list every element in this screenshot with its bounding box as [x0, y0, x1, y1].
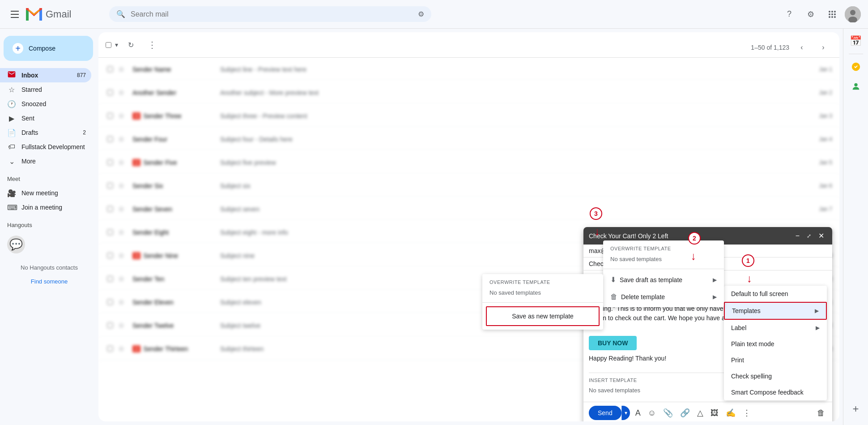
table-row[interactable]: ☆Sender SevenSubject sevenJan 7	[98, 197, 839, 221]
star-icon[interactable]: ☆	[118, 298, 127, 306]
star-icon[interactable]: ☆	[118, 112, 127, 120]
buy-now-button[interactable]: BUY NOW	[589, 336, 637, 350]
sidebar-item-starred[interactable]: ☆ Starred	[0, 82, 91, 97]
row-checkbox[interactable]	[106, 346, 115, 352]
gmail-m-logo	[26, 7, 44, 21]
save-as-new-template-button[interactable]: Save as new template	[486, 306, 600, 326]
email-sender: 3Sender Nine	[132, 252, 213, 259]
templates-label: Templates	[732, 307, 761, 314]
attach-button[interactable]: 📎	[661, 406, 675, 420]
formatting-button[interactable]: A	[634, 407, 642, 420]
minimize-button[interactable]: −	[793, 231, 802, 241]
row-checkbox[interactable]	[106, 183, 115, 189]
row-checkbox[interactable]	[106, 159, 115, 165]
row-checkbox[interactable]	[106, 276, 115, 282]
menu-item-default-fullscreen[interactable]: Default to full screen	[724, 286, 827, 302]
sidebar-item-drafts[interactable]: 📄 Drafts 2	[0, 125, 91, 140]
select-all-chevron[interactable]: ▾	[115, 41, 118, 48]
refresh-button[interactable]: ↻	[122, 36, 140, 54]
right-sidebar-add-button[interactable]: +	[847, 400, 865, 418]
sidebar-item-new-meeting[interactable]: 🎥 New meeting	[0, 186, 91, 200]
table-row[interactable]: ☆ Sender Name Subject line - Preview tex…	[98, 58, 839, 81]
delete-draft-button[interactable]: 🗑	[815, 407, 827, 420]
sidebar-item-snoozed[interactable]: 🕐 Snoozed	[0, 97, 91, 111]
help-button[interactable]: ?	[780, 5, 798, 23]
row-checkbox[interactable]	[106, 66, 115, 72]
right-sidebar-tasks-icon[interactable]	[847, 58, 865, 76]
email-date: Jan 2	[819, 90, 832, 96]
table-row[interactable]: ☆Sender SixSubject sixJan 6	[98, 174, 839, 197]
star-icon[interactable]: ☆	[118, 275, 127, 283]
more-options-button[interactable]: ⋮	[143, 36, 161, 54]
row-checkbox[interactable]	[106, 136, 115, 142]
snoozed-label: Snoozed	[21, 100, 46, 107]
star-icon[interactable]: ☆	[118, 251, 127, 260]
more-options-compose-button[interactable]: ⋮	[741, 406, 753, 420]
star-icon[interactable]: ☆	[118, 205, 127, 213]
menu-item-delete-template[interactable]: 🗑 Delete template ▶	[603, 288, 724, 305]
star-icon[interactable]: ☆	[118, 228, 127, 236]
sidebar: + Compose Inbox 877 ☆ Starred 🕐 Snoozed …	[0, 29, 98, 425]
menu-item-print[interactable]: Print	[724, 352, 827, 368]
star-icon[interactable]: ☆	[118, 135, 127, 143]
search-bar[interactable]: 🔍 ⚙	[109, 6, 431, 22]
menu-item-templates[interactable]: Templates ▶	[724, 302, 827, 320]
meet-section-label: Meet	[0, 172, 98, 186]
table-row[interactable]: ☆ 4Sender Three Subject three - Preview …	[98, 104, 839, 128]
star-icon[interactable]: ☆	[118, 181, 127, 190]
send-dropdown-button[interactable]: ▾	[621, 406, 630, 420]
star-icon[interactable]: ☆	[118, 344, 127, 353]
menu-item-label[interactable]: Label ▶	[724, 320, 827, 336]
templates-chevron-icon: ▶	[815, 308, 819, 314]
user-avatar[interactable]	[845, 6, 861, 22]
table-row[interactable]: ☆ 2Sender Five Subject five preview Jan …	[98, 151, 839, 174]
maximize-button[interactable]: ⤢	[804, 231, 814, 241]
hamburger-icon[interactable]	[7, 7, 22, 21]
sidebar-item-more[interactable]: ⌄ More	[0, 154, 91, 168]
row-checkbox[interactable]	[106, 322, 115, 328]
row-checkbox[interactable]	[106, 253, 115, 258]
right-sidebar-contacts-icon[interactable]	[847, 77, 865, 95]
snoozed-icon: 🕐	[7, 100, 16, 108]
search-input[interactable]	[131, 10, 413, 18]
star-icon[interactable]: ☆	[118, 158, 127, 167]
sidebar-item-fullstack[interactable]: 🏷 Fullstack Development	[0, 140, 91, 154]
prev-page-button[interactable]: ‹	[793, 39, 811, 56]
menu-item-plain-text[interactable]: Plain text mode	[724, 336, 827, 352]
menu-item-save-draft[interactable]: ⬇ Save draft as template ▶	[603, 271, 724, 288]
find-someone-link[interactable]: Find someone	[0, 278, 98, 285]
table-row[interactable]: ☆ Another Sender Another subject - More …	[98, 81, 839, 104]
send-button[interactable]: Send	[589, 406, 621, 420]
select-all-checkbox[interactable]	[106, 42, 111, 48]
drive-button[interactable]: △	[695, 406, 705, 420]
signature-button[interactable]: ✍	[724, 406, 737, 420]
settings-button[interactable]: ⚙	[802, 5, 820, 23]
row-checkbox[interactable]	[106, 206, 115, 212]
sidebar-item-join-meeting[interactable]: ⌨ Join a meeting	[0, 200, 91, 215]
row-checkbox[interactable]	[106, 113, 115, 119]
star-icon[interactable]: ☆	[118, 321, 127, 330]
close-compose-button[interactable]: ✕	[816, 231, 827, 241]
hangouts-section-label: Hangouts	[0, 218, 98, 232]
sidebar-item-inbox[interactable]: Inbox 877	[0, 68, 91, 82]
star-icon[interactable]: ☆	[118, 65, 127, 73]
star-icon[interactable]: ☆	[118, 88, 127, 97]
row-checkbox[interactable]	[106, 299, 115, 305]
compose-button[interactable]: + Compose	[4, 36, 93, 61]
apps-button[interactable]	[823, 5, 841, 23]
menu-item-smart-compose[interactable]: Smart Compose feedback	[724, 384, 827, 400]
search-filter-icon[interactable]: ⚙	[418, 10, 424, 18]
row-checkbox[interactable]	[106, 229, 115, 235]
table-row[interactable]: ☆ Sender Four Subject four - Details her…	[98, 128, 839, 151]
photo-button[interactable]: 🖼	[709, 407, 720, 420]
link-button[interactable]: 🔗	[678, 406, 692, 420]
row-checkbox[interactable]	[106, 90, 115, 95]
svg-point-4	[834, 11, 836, 13]
right-sidebar-calendar-icon[interactable]: 📅	[847, 32, 865, 50]
topbar: Gmail 🔍 ⚙ ? ⚙	[0, 0, 868, 29]
menu-item-check-spelling[interactable]: Check spelling	[724, 368, 827, 384]
email-toolbar: ▾ ↻ ⋮ 1–50 of 1,123 ‹ ›	[98, 32, 839, 58]
next-page-button[interactable]: ›	[814, 39, 832, 56]
sidebar-item-sent[interactable]: ▶ Sent	[0, 111, 91, 125]
emoji-button[interactable]: ☺	[646, 407, 658, 420]
